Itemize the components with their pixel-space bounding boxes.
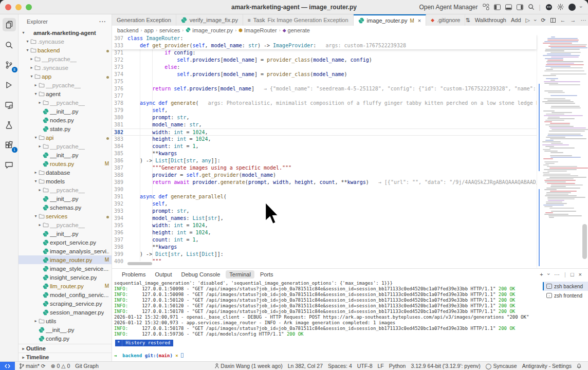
timeline-section[interactable]: ▸Timeline xyxy=(19,353,112,361)
explorer-more-actions-icon[interactable]: ··· xyxy=(99,18,106,25)
panel-tab-ports[interactable]: Ports xyxy=(256,270,277,279)
chat-activity-icon[interactable] xyxy=(3,158,16,172)
tree-folder--pycache-[interactable]: ▸__pycache__ xyxy=(19,186,112,194)
close-window-button[interactable] xyxy=(5,4,11,10)
search-activity-icon[interactable] xyxy=(3,38,16,51)
encoding-status[interactable]: UTF-8 xyxy=(355,363,375,369)
close-panel-icon[interactable]: × xyxy=(579,271,582,278)
git-graph-button[interactable]: Git Graph xyxy=(72,363,101,369)
outline-section[interactable]: ▸Outline xyxy=(19,344,112,353)
account-chevron-icon[interactable]: › xyxy=(578,6,584,8)
tree-file--init-py[interactable]: __init__.py xyxy=(19,151,112,159)
run-debug-activity-icon[interactable] xyxy=(3,78,16,91)
split-editor-icon[interactable] xyxy=(550,18,556,23)
terminal-output[interactable]: sequential_image_generation': 'disabled'… xyxy=(112,280,543,361)
tree-folder-utils[interactable]: ▸utils xyxy=(19,317,112,325)
panel-more-icon[interactable]: ··· xyxy=(554,271,560,278)
indentation-status[interactable]: Spaces: 4 xyxy=(325,363,355,369)
agent-manager-icon[interactable] xyxy=(483,4,489,10)
run-file-icon[interactable]: ▷ xyxy=(526,17,530,24)
breadcrumb-item[interactable]: ImageRouter xyxy=(244,27,277,33)
add-button[interactable]: Add xyxy=(511,17,521,23)
testing-activity-icon[interactable] xyxy=(3,118,16,132)
tree-file--init-py[interactable]: __init__.py xyxy=(19,107,112,116)
search-icon[interactable] xyxy=(528,4,535,10)
panel-tab-output[interactable]: Output xyxy=(151,270,175,279)
editor-horizontal-scrollbar[interactable] xyxy=(127,262,152,265)
minimap[interactable] xyxy=(537,35,588,268)
run-dropdown-icon[interactable]: › xyxy=(532,19,538,21)
account-avatar[interactable] xyxy=(568,4,576,11)
editor-tab-verify-image-fix-py[interactable]: verify_image_fix.py xyxy=(176,14,243,26)
walkthrough-icon[interactable]: ⇅ xyxy=(465,17,470,24)
eol-status[interactable]: LF xyxy=(375,363,387,369)
tree-folder-backend[interactable]: ▾backend xyxy=(19,46,112,54)
tree-folder-models[interactable]: ▾models xyxy=(19,177,112,186)
copilot-icon[interactable] xyxy=(545,4,553,11)
tree-file--init-py[interactable]: __init__.py xyxy=(19,325,112,334)
navigate-back-icon[interactable]: ← xyxy=(560,17,566,23)
notifications-bell-icon[interactable] xyxy=(574,363,584,368)
git-blame-status[interactable]: Daxin Wang (1 week ago) xyxy=(212,363,285,369)
sync-icon[interactable]: ⟳ xyxy=(41,363,46,369)
settings-gear-icon[interactable] xyxy=(557,4,564,10)
tab-close-icon[interactable]: × xyxy=(418,17,421,24)
tree-folder--pycache-[interactable]: ▸__pycache__ xyxy=(19,142,112,151)
tree-folder-agent[interactable]: ▾agent xyxy=(19,89,112,98)
tree-folder--pycache-[interactable]: ▸__pycache__ xyxy=(19,54,112,63)
tree-file--init-py[interactable]: __init__.py xyxy=(19,194,112,203)
explorer-activity-icon[interactable] xyxy=(3,18,16,31)
tree-file-scraping-service-py[interactable]: scraping_service.py xyxy=(19,299,112,308)
open-agent-manager-button[interactable]: Open Agent Manager xyxy=(419,4,477,11)
tree-file-image-style-service-[interactable]: image_style_service.... xyxy=(19,264,112,273)
editor-tab--gitignore[interactable]: ◆.gitignore xyxy=(426,14,465,26)
terminal-session-zsh-backend[interactable]: ›zsh backend xyxy=(543,282,588,291)
terminal-session-zsh-frontend[interactable]: ›zsh frontend xyxy=(543,291,588,300)
cursor-position-status[interactable]: Ln 382, Col 27 xyxy=(285,363,325,369)
maximize-panel-icon[interactable]: □ xyxy=(571,271,574,278)
tree-folder-app[interactable]: ▾app xyxy=(19,72,112,81)
tree-file-image-router-py[interactable]: image_router.pyM xyxy=(19,255,112,264)
remote-explorer-activity-icon[interactable] xyxy=(3,98,16,112)
toggle-panel-icon[interactable] xyxy=(505,4,512,10)
more-actions-icon[interactable]: ··· xyxy=(581,17,586,23)
tree-file-config-py[interactable]: config.py xyxy=(19,334,112,343)
tree-file-model-config-servic-[interactable]: model_config_servic... xyxy=(19,290,112,299)
tree-folder-services[interactable]: ▾services xyxy=(19,212,112,220)
source-control-activity-icon[interactable]: 8 xyxy=(3,58,16,71)
tree-file-session-manager-py[interactable]: session_manager.py xyxy=(19,308,112,317)
panel-tab-debug-console[interactable]: Debug Console xyxy=(178,270,224,279)
minimize-window-button[interactable] xyxy=(15,4,22,10)
tree-file-export-service-py[interactable]: export_service.py xyxy=(19,238,112,247)
zoom-window-button[interactable] xyxy=(26,4,32,10)
walkthrough-button[interactable]: Walkthrough xyxy=(475,17,506,23)
tree-folder--pycache-[interactable]: ▸__pycache__ xyxy=(19,81,112,89)
code-editor[interactable]: 371 if config:372 self.providers[model_n… xyxy=(112,35,588,268)
tree-folder-database[interactable]: ▸database xyxy=(19,168,112,177)
tree-folder--syncause[interactable]: ▾.syncause xyxy=(19,37,112,46)
editor-tab-image-router-py[interactable]: image_router.pyM× xyxy=(354,14,427,26)
toggle-secondary-sidebar-icon[interactable] xyxy=(517,4,523,10)
editor-tab-generation-exception[interactable]: Generation Exception xyxy=(112,14,176,26)
syncause-status[interactable]: ◯Syncause xyxy=(483,363,520,369)
problems-status[interactable]: ⊗0 △0 xyxy=(48,363,73,369)
sync-loop-icon[interactable]: ⟳ xyxy=(541,17,545,24)
breadcrumb-item[interactable]: generate xyxy=(288,27,310,33)
python-interpreter-status[interactable]: 3.12.9 64-bit ('3.12.9': pyenv) xyxy=(408,363,483,369)
new-terminal-icon[interactable]: + xyxy=(540,271,543,278)
navigate-forward-icon[interactable]: → xyxy=(571,17,576,23)
tree-file--init-py[interactable]: __init__.py xyxy=(19,229,112,238)
tree-file-nodes-py[interactable]: nodes.py xyxy=(19,116,112,124)
panel-tab-terminal[interactable]: Terminal xyxy=(226,270,254,279)
tree-file-amark-marketing-agent[interactable]: ▾amark-marketing-agent xyxy=(19,28,112,37)
tree-file-schemas-py[interactable]: schemas.py xyxy=(19,203,112,212)
panel-tab-problems[interactable]: Problems xyxy=(118,270,149,279)
toggle-sidebar-icon[interactable] xyxy=(494,4,501,10)
tree-folder--syncause[interactable]: ▸.syncause xyxy=(19,63,112,72)
editor-tab-task[interactable]: ≡TaskFix Image Generation Exception xyxy=(243,14,354,26)
breadcrumb-item[interactable]: backend xyxy=(117,27,139,33)
tree-file-state-py[interactable]: state.py xyxy=(19,124,112,133)
extensions-activity-icon[interactable]: 1 xyxy=(3,138,16,152)
breadcrumb-item[interactable]: image_router.py xyxy=(192,27,233,33)
tree-file-llm-router-py[interactable]: llm_router.pyM xyxy=(19,282,112,290)
